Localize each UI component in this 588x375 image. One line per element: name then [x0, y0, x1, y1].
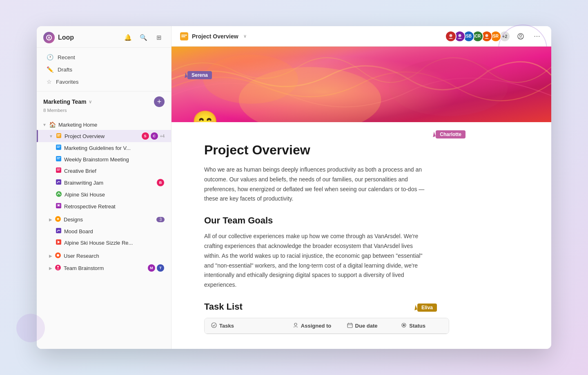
task-list-section: Eliva Task List Tasks [204, 301, 425, 334]
doc-intro-paragraph: Who we are as human beings deeply influe… [204, 165, 425, 204]
sidebar-nav: 🕐 Recent ✏️ Drafts ☆ Favorites [37, 48, 171, 92]
tree-item-designs[interactable]: ▶ Designs 3 [37, 214, 171, 225]
more-options-button[interactable]: ⋯ [531, 30, 543, 42]
project-overview-avatars: S C +4 [141, 132, 165, 140]
svg-rect-6 [57, 147, 60, 147]
svg-point-29 [450, 34, 452, 37]
serena-cursor-label: Serena [187, 71, 212, 79]
cursor-serena: Serena [184, 71, 212, 79]
collaborator-avatars: SB CR SR +2 [448, 31, 510, 42]
sidebar: Loop 🔔 🔍 ⊞ 🕐 Recent ✏️ Drafts [37, 26, 172, 349]
favorites-label: Favorites [56, 79, 79, 85]
drafts-label: Drafts [58, 67, 72, 73]
tree-item-brainwriting-jam[interactable]: Brainwriting Jam B [37, 176, 171, 189]
sidebar-item-drafts[interactable]: ✏️ Drafts [39, 63, 169, 76]
svg-point-38 [212, 323, 216, 328]
serena-cursor-arrow [183, 72, 187, 78]
svg-point-37 [389, 59, 508, 116]
tree-item-retrospective[interactable]: Retrospective Retreat [37, 201, 171, 212]
notifications-button[interactable]: 🔔 [122, 32, 134, 43]
tree-item-weekly-brainstorm[interactable]: Weekly Brainstorm Meeting [37, 154, 171, 165]
cursor-eliva: Eliva [414, 304, 437, 312]
page-emoji: 😊 [192, 109, 218, 122]
svg-rect-5 [57, 146, 60, 146]
user-research-expand: ▶ [49, 254, 52, 258]
user-research-label: User Research [64, 253, 165, 259]
tree-section: ▼ 🏠 Marketing Home ▼ Project Overview S … [37, 118, 171, 275]
svg-point-31 [486, 34, 488, 37]
app-window: Loop 🔔 🔍 ⊞ 🕐 Recent ✏️ Drafts [37, 26, 551, 349]
app-name: Loop [58, 34, 74, 41]
team-name[interactable]: Marketing Team ∨ [43, 98, 92, 105]
svg-rect-9 [57, 158, 60, 159]
tree-item-marketing-home[interactable]: ▼ 🏠 Marketing Home [37, 119, 171, 130]
retrospective-label: Retrospective Retreat [64, 203, 165, 210]
svg-point-39 [294, 323, 297, 326]
team-brainstorm-label: Team Brainstorm [64, 265, 145, 271]
svg-rect-34 [172, 47, 551, 122]
team-brainstorm-expand: ▶ [49, 266, 52, 270]
topbar: Project Overview ∨ SB CR [172, 26, 551, 47]
sidebar-header: Loop 🔔 🔍 ⊞ [37, 26, 171, 48]
layout-button[interactable]: ⊞ [153, 32, 165, 43]
cursor-charlotte: Charlotte [432, 130, 466, 138]
svg-rect-27 [181, 35, 187, 36]
svg-rect-28 [181, 36, 185, 37]
doc-body: Charlotte Project Overview Who we are as… [172, 122, 457, 349]
svg-rect-11 [57, 169, 60, 169]
tree-item-alpine-sizzle[interactable]: Alpine Ski House Sizzle Re... [37, 237, 171, 248]
goals-paragraph: All of our collective experiences make u… [204, 232, 425, 290]
search-button[interactable]: 🔍 [138, 32, 149, 43]
logo-area: Loop [43, 32, 74, 43]
designs-badge: 3 [156, 217, 165, 222]
sidebar-item-favorites[interactable]: ☆ Favorites [39, 76, 169, 88]
collapse-chevron: ▼ [42, 123, 47, 127]
sidebar-item-recent[interactable]: 🕐 Recent [39, 51, 169, 63]
tree-item-creative-brief[interactable]: Creative Brief [37, 165, 171, 176]
main-area: Project Overview ∨ SB CR [172, 26, 551, 349]
topbar-page-title: Project Overview [192, 33, 238, 40]
brainwriting-avatar: B [156, 179, 165, 187]
brainwriting-jam-label: Brainwriting Jam [64, 180, 154, 186]
favorites-icon: ☆ [47, 78, 52, 85]
svg-rect-2 [57, 134, 60, 135]
creative-brief-label: Creative Brief [64, 168, 165, 174]
alpine-ski-label: Alpine Ski House [65, 192, 165, 198]
share-button[interactable] [514, 30, 527, 42]
tree-item-project-overview[interactable]: ▼ Project Overview S C +4 [37, 130, 171, 142]
tree-item-marketing-guidelines[interactable]: Marketing Guidelines for V... [37, 142, 171, 154]
eliva-cursor-label: Eliva [417, 304, 437, 312]
due-date-icon [347, 322, 353, 329]
designs-expand: ▶ [49, 217, 52, 222]
assigned-icon [293, 322, 298, 329]
status-icon [401, 322, 407, 329]
add-page-button[interactable]: + [154, 96, 165, 107]
svg-point-17 [58, 205, 60, 206]
svg-point-23 [57, 254, 59, 257]
content-area[interactable]: 😊 Serena Charlotte Project Overview [172, 47, 551, 349]
tasks-icon [211, 322, 217, 329]
loop-logo-icon [43, 32, 55, 43]
designs-label: Designs [64, 217, 154, 223]
team-name-chevron: ∨ [89, 99, 92, 105]
page-icon [180, 32, 189, 41]
svg-point-14 [56, 191, 62, 197]
svg-point-36 [203, 55, 298, 104]
svg-rect-13 [56, 179, 61, 185]
eliva-cursor-arrow [413, 305, 417, 310]
col-tasks: Tasks [205, 318, 286, 333]
tree-item-team-brainstorm[interactable]: ▶ Team Brainstorm M T [37, 262, 171, 274]
tree-item-mood-board[interactable]: Mood Board [37, 225, 171, 237]
weekly-brainstorm-label: Weekly Brainstorm Meeting [64, 156, 165, 163]
charlotte-cursor-label: Charlotte [436, 130, 466, 138]
tree-item-alpine-ski[interactable]: Alpine Ski House [37, 189, 171, 201]
topbar-right: SB CR SR +2 ⋯ [448, 30, 543, 42]
svg-point-33 [520, 34, 522, 36]
recent-label: Recent [58, 54, 75, 60]
svg-rect-3 [57, 136, 60, 136]
page-title-chevron[interactable]: ∨ [243, 33, 247, 39]
svg-point-42 [403, 324, 405, 326]
tree-item-user-research[interactable]: ▶ User Research [37, 250, 171, 262]
col-assigned-to: Assigned to [286, 318, 341, 333]
avatar-1 [445, 31, 457, 42]
